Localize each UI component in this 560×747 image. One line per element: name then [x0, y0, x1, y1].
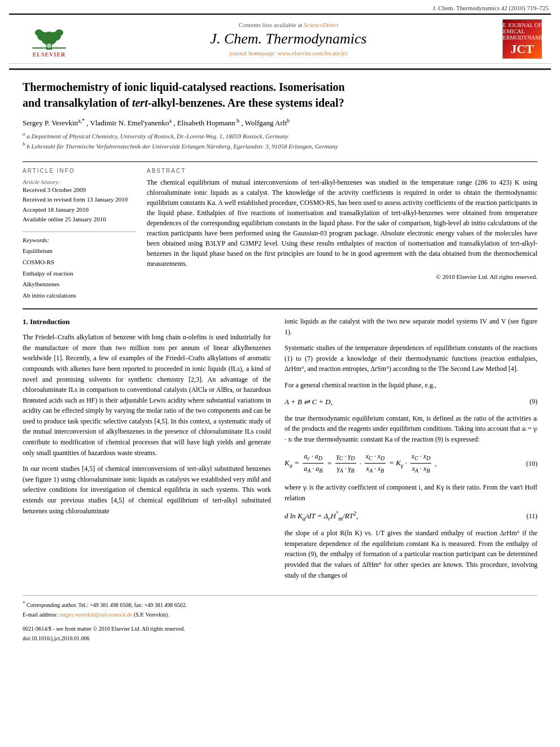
footer-content: * Corresponding author. Tel.: +49 381 49… [23, 599, 537, 643]
sciencedirect-line: Contents lists available at ScienceDirec… [80, 21, 497, 28]
abstract-body: The chemical equilibrium of mutual inter… [147, 178, 537, 268]
jct-logo: THE JOURNAL OFCHEMICALTHERMODYNAMICS JCT [502, 19, 542, 59]
sciencedirect-prefix: Contents lists available at [239, 21, 304, 28]
eq10-frac1-num: ac · aD [303, 451, 323, 464]
issn-doi-block: 0021-9614/$ - see front matter © 2010 El… [23, 624, 537, 643]
eq10-eq-sign: = [327, 458, 332, 469]
title-tert: tert [132, 97, 148, 109]
right-para4-text: the true thermodynamic equilibrium const… [285, 414, 537, 443]
author2-name: , Vladimir N. Emel'yanenko [86, 119, 169, 127]
page: J. Chem. Thermodynamics 42 (2010) 719–72… [0, 0, 560, 747]
author1-sup: a,* [78, 117, 85, 124]
copyright-notice: © 2010 Elsevier Ltd. All rights reserved… [147, 273, 537, 280]
eq10-frac3-den: xA · xB [365, 464, 386, 475]
author4-sup: b [287, 117, 290, 124]
right-para3: For a general chemical reaction in the l… [285, 380, 537, 391]
reaction-equation-block: A + B ⇌ C + D, (9) [285, 396, 537, 408]
title-info-divider [23, 161, 537, 162]
reaction-eq-text: A + B ⇌ C + D, [285, 397, 333, 406]
right-para1-text: ionic liquids as the catalyst with the t… [285, 317, 537, 336]
right-para3-text: For a general chemical reaction in the l… [285, 381, 436, 389]
title-part1: Thermochemistry of ionic liquid-catalyse… [23, 81, 345, 93]
eq10-dot: · [360, 458, 361, 469]
keyword-3: Enthalpy of reaction [23, 268, 135, 279]
jct-logo-container: THE JOURNAL OFCHEMICALTHERMODYNAMICS JCT [497, 19, 542, 59]
eq10-comma: , [435, 458, 436, 469]
article-info-col: Article Info Article history: Received 3… [23, 168, 135, 302]
eq10-frac4-den: xA · xB [411, 464, 431, 475]
body-content: 1. Introduction The Friedel–Crafts alkyl… [0, 316, 560, 586]
journal-reference: J. Chem. Thermodynamics 42 (2010) 719–72… [0, 0, 560, 14]
history-label: Article history: [23, 178, 135, 185]
reaction-eq-number: (9) [515, 396, 537, 407]
footer-divider [23, 595, 537, 596]
email-line: E-mail address: sergey.verevkin@uni-rost… [23, 610, 537, 619]
section1-para1: The Friedel–Crafts alkylation of benzene… [23, 332, 271, 458]
affiliation-b: b b Lehrstuhl für Thermische Verfahrenst… [23, 141, 537, 150]
title-part3: -alkyl-benzenes. Are these systems ideal… [148, 97, 344, 109]
author2-sup: a [169, 117, 171, 124]
section1-para1-text: The Friedel–Crafts alkylation of benzene… [23, 333, 271, 457]
keywords-block: Keywords: Equilibrium COSMO-RS Enthalpy … [23, 237, 135, 302]
corresponding-author-text: Corresponding author. Tel.: +49 381 498 … [27, 602, 187, 608]
issn-line: 0021-9614/$ - see front matter © 2010 El… [23, 624, 537, 634]
eq10-kgamma: = Kγ · [389, 457, 406, 470]
eq10-frac1: ac · aD aA · aB [303, 451, 323, 475]
footer-area: * Corresponding author. Tel.: +49 381 49… [0, 586, 560, 643]
equation-11-block: d ln Ka/dT = ΔrH°m/RT2, (11) [285, 509, 537, 523]
abstract-text: The chemical equilibrium of mutual inter… [147, 177, 537, 269]
article-history-block: Article history: Received 3 October 2009… [23, 178, 135, 225]
journal-homepage-line: journal homepage: www.elsevier.com/locat… [80, 50, 497, 56]
section1-title: 1. Introduction [23, 316, 271, 327]
right-para5: where γᵢ is the activity coefficient of … [285, 482, 537, 503]
right-para4: the true thermodynamic equilibrium const… [285, 413, 537, 445]
author3-sup: b [235, 117, 240, 124]
footnote-star-line: * Corresponding author. Tel.: +49 381 49… [23, 599, 537, 610]
keywords-list: Equilibrium COSMO-RS Enthalpy of reactio… [23, 246, 135, 302]
keyword-4: Alkylbenzenes [23, 279, 135, 290]
section1-para2: In our recent studies [4,5] of chemical … [23, 464, 271, 516]
elsevier-brand-text: ELSEVIER [33, 51, 66, 58]
right-para2: Systematic studies of the temperature de… [285, 343, 537, 374]
eq11-number: (11) [515, 511, 537, 522]
email-address[interactable]: sergey.verevkin@uni-rostock.de [59, 611, 132, 618]
body-section-divider [23, 308, 537, 309]
eq10-ka-label: Ka = [285, 457, 299, 470]
email-label: E-mail address: [23, 611, 58, 618]
history-dates: Received 3 October 2009 Received in revi… [23, 185, 135, 225]
right-para6-text: the slope of a plot R(ln K) vs. 1/T give… [285, 529, 537, 579]
right-para5-text: where γᵢ is the activity coefficient of … [285, 483, 537, 502]
keyword-5: Ab initio calculations [23, 290, 135, 302]
equation-10-expression: Ka = ac · aD aA · aB = γC · γD γA · γB ·… [285, 451, 515, 475]
homepage-link[interactable]: www.elsevier.com/locate/jct [277, 50, 348, 56]
abstract-heading: Abstract [147, 168, 537, 174]
body-left-column: 1. Introduction The Friedel–Crafts alkyl… [23, 316, 271, 586]
available-online-date: Available online 25 January 2010 [23, 215, 135, 225]
eq10-number: (10) [515, 458, 537, 469]
author1-name: Sergey P. Verevkin [23, 119, 78, 127]
affiliation-a: a a Department of Physical Chemistry, Un… [23, 131, 537, 139]
right-para6: the slope of a plot R(ln K) vs. 1/T give… [285, 528, 537, 580]
keywords-label: Keywords: [23, 237, 135, 243]
journal-header-center: Contents lists available at ScienceDirec… [80, 21, 497, 56]
accepted-date: Accepted 18 January 2010 [23, 205, 135, 215]
section1-para2-text: In our recent studies [4,5] of chemical … [23, 465, 271, 514]
keyword-2: COSMO-RS [23, 257, 135, 268]
affil-b-text: b Lehrstuhl für Thermische Verfahrenstec… [27, 143, 338, 150]
eq10-frac4-num: xC · xD [410, 451, 432, 464]
eq10-frac1-den: aA · aB [303, 464, 323, 475]
elsevier-logo-left: ELSEVIER [18, 20, 80, 58]
reaction-equation-text: A + B ⇌ C + D, [285, 396, 515, 408]
footnote-star: * [23, 600, 25, 606]
homepage-prefix: journal homepage: [229, 50, 277, 56]
svg-point-4 [35, 29, 43, 36]
article-title: Thermochemistry of ionic liquid-catalyse… [23, 79, 537, 111]
right-para1: ionic liquids as the catalyst with the t… [285, 316, 537, 337]
jct-logo-text: JCT [510, 42, 534, 56]
article-info-abstract-section: Article Info Article history: Received 3… [0, 168, 560, 302]
equation-11-text: d ln Ka/dT = ΔrH°m/RT2, [285, 509, 515, 523]
right-para2-text: Systematic studies of the temperature de… [285, 344, 537, 373]
email-owner: (S.P. Verevkin). [134, 611, 169, 618]
sciencedirect-link[interactable]: ScienceDirect [304, 21, 338, 28]
journal-header: ELSEVIER Contents lists available at Sci… [9, 14, 551, 64]
